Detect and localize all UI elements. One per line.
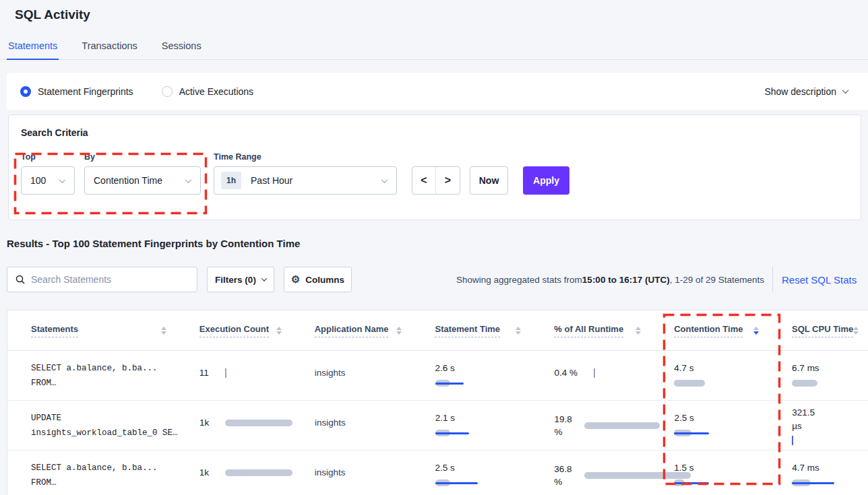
time-range-value: Past Hour: [251, 175, 292, 186]
statement-time-cell: 2.5 s: [412, 451, 531, 495]
page-title: SQL Activity: [15, 7, 90, 22]
column-header-application-name[interactable]: Application Name: [291, 310, 412, 350]
time-range-label: Time Range: [214, 152, 261, 162]
metric-value: 321.5 µs: [792, 406, 823, 433]
statement-cell[interactable]: SELECT a.balance, b.ba...FROM…: [7, 451, 176, 495]
radio-icon[interactable]: [20, 86, 31, 97]
table-row[interactable]: SELECT a.balance, b.ba...FROM…11insights…: [7, 351, 868, 401]
sort-icon[interactable]: [396, 327, 402, 335]
statement-text-line: UPDATE: [31, 411, 176, 426]
show-description-toggle[interactable]: Show description: [764, 86, 848, 97]
statement-cell[interactable]: SELECT a.balance, b.ba...FROM…: [7, 351, 176, 400]
table-row[interactable]: SELECT a.balance, b.ba...FROM…1kinsights…: [7, 451, 868, 495]
metric-value: 11: [199, 368, 209, 378]
sort-desc-icon: [276, 331, 282, 335]
search-icon: [16, 275, 25, 284]
results-toolbar: Filters (0) ⚙ Columns Showing aggregated…: [0, 267, 868, 292]
radio-label: Active Executions: [179, 86, 254, 97]
statement-text-line: SELECT a.balance, b.ba...: [31, 461, 176, 475]
sort-icon[interactable]: [636, 327, 641, 335]
next-time-button[interactable]: >: [436, 167, 460, 194]
column-header-contention-time[interactable]: Contention Time: [650, 310, 768, 350]
sort-icon[interactable]: [853, 327, 859, 335]
table-body: SELECT a.balance, b.ba...FROM…11insights…: [7, 351, 868, 495]
tab-statements[interactable]: Statements: [7, 38, 59, 60]
radio-icon[interactable]: [162, 86, 173, 97]
metric-value: 4.7 ms: [792, 463, 819, 473]
chevron-down-icon: [59, 176, 66, 183]
filters-label: Filters (0): [215, 275, 256, 285]
radio-label: Statement Fingerprints: [38, 86, 133, 97]
sort-desc-icon: [753, 331, 759, 335]
radio-statement-fingerprints[interactable]: Statement Fingerprints: [20, 86, 133, 97]
metric-tick: [594, 368, 595, 378]
column-header--of-all-runtime[interactable]: % of All Runtime: [530, 310, 650, 350]
radio-active-executions[interactable]: Active Executions: [162, 86, 254, 97]
contention-time-cell: 2.5 s: [650, 401, 768, 450]
column-header-label: SQL CPU Time: [792, 324, 853, 337]
sort-asc-icon: [276, 327, 282, 330]
metric-tick: [792, 436, 793, 445]
results-heading: Results - Top 100 Statement Fingerprints…: [7, 238, 300, 249]
showing-stats-text: Showing aggregated stats from 15:00 to 1…: [456, 267, 764, 292]
metric-value: 1k: [199, 467, 209, 477]
statements-table: StatementsExecution CountApplication Nam…: [7, 310, 868, 495]
pct-all-runtime-cell: 19.8 %: [530, 401, 650, 450]
columns-button[interactable]: ⚙ Columns: [284, 267, 352, 292]
sort-asc-icon: [636, 327, 641, 330]
metric-bar: [674, 430, 768, 436]
column-header-label: Application Name: [315, 324, 389, 337]
time-range-select[interactable]: 1h Past Hour: [214, 166, 397, 195]
sort-desc-icon: [636, 331, 641, 335]
sort-asc-icon: [516, 327, 521, 330]
tab-transactions[interactable]: Transactions: [80, 38, 138, 59]
now-button[interactable]: Now: [470, 166, 508, 195]
table-row[interactable]: UPDATEinsights_workload_table_0 SE…1kins…: [7, 401, 868, 451]
execution-count-cell: 1k: [176, 451, 291, 495]
statement-search-box[interactable]: [7, 267, 197, 292]
metric-bar: [435, 380, 531, 387]
by-select[interactable]: Contention Time: [84, 166, 201, 195]
column-header-statements[interactable]: Statements: [7, 310, 176, 350]
pct-all-runtime-cell: 0.4 %: [530, 351, 650, 400]
tab-bar: Statements Transactions Sessions: [0, 38, 868, 60]
statement-time-cell: 2.1 s: [412, 401, 531, 450]
sort-icon[interactable]: [276, 327, 282, 335]
column-header-statement-time[interactable]: Statement Time: [411, 310, 530, 350]
reset-sql-stats-link[interactable]: Reset SQL Stats: [782, 267, 857, 292]
filters-button[interactable]: Filters (0): [207, 267, 274, 292]
sort-icon[interactable]: [161, 327, 166, 335]
previous-time-button[interactable]: <: [412, 167, 436, 194]
metric-bar: [225, 420, 292, 426]
time-range-arrows: < >: [412, 166, 460, 195]
column-header-sql-cpu-time[interactable]: SQL CPU Time: [768, 310, 868, 350]
sql-cpu-time-cell: 6.7 ms: [768, 351, 868, 400]
sort-icon[interactable]: [516, 327, 521, 335]
chevron-down-icon: [381, 176, 388, 183]
application-name-cell: insights: [291, 351, 412, 400]
tab-sessions[interactable]: Sessions: [160, 38, 203, 59]
metric-value: 1k: [199, 418, 209, 428]
statement-cell[interactable]: UPDATEinsights_workload_table_0 SE…: [7, 401, 176, 450]
table-header-row: StatementsExecution CountApplication Nam…: [7, 310, 868, 351]
metric-value: 2.1 s: [435, 413, 455, 423]
statement-text-line: FROM…: [31, 475, 176, 490]
top-select[interactable]: 100: [21, 166, 75, 195]
search-input[interactable]: [31, 274, 186, 285]
statement-text-line: FROM…: [31, 376, 176, 391]
apply-button[interactable]: Apply: [523, 166, 569, 195]
sort-icon[interactable]: [753, 327, 759, 335]
top-select-value: 100: [22, 175, 46, 186]
metric-value: 2.6 s: [435, 363, 455, 373]
sort-asc-icon: [396, 327, 402, 330]
metric-bar: [435, 480, 531, 486]
metric-value: 2.5 s: [674, 413, 693, 423]
metric-bar: [792, 480, 868, 486]
column-header-execution-count[interactable]: Execution Count: [176, 310, 291, 350]
application-name-cell: insights: [291, 401, 412, 450]
time-range-badge: 1h: [221, 172, 241, 189]
gear-icon: ⚙: [291, 273, 300, 286]
pct-all-runtime-cell: 36.8 %: [530, 451, 650, 495]
metric-value: 2.5 s: [435, 463, 455, 473]
chevron-down-icon: [261, 275, 267, 281]
